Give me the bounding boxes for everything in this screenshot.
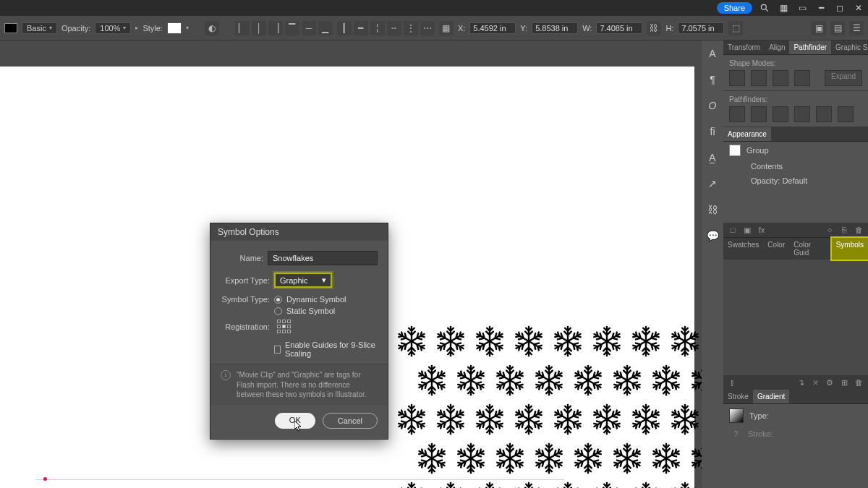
unite-icon[interactable] bbox=[729, 70, 745, 86]
align-top-icon[interactable]: ▔ bbox=[285, 21, 299, 35]
close-icon[interactable]: ✕ bbox=[852, 1, 865, 14]
tab-swatches[interactable]: Swatches bbox=[723, 238, 763, 260]
dist-hspace-icon[interactable]: ╎ bbox=[370, 21, 385, 35]
align-hcenter-icon[interactable]: │ bbox=[252, 21, 266, 35]
crop-icon[interactable] bbox=[794, 106, 810, 122]
h-field[interactable] bbox=[678, 22, 724, 34]
minus-back-icon[interactable] bbox=[838, 106, 854, 122]
registration-grid[interactable] bbox=[277, 320, 291, 333]
share-button[interactable]: Share bbox=[717, 2, 752, 14]
comments-icon[interactable]: 💬 bbox=[705, 228, 720, 243]
break-link-icon[interactable]: ⤫ bbox=[810, 377, 820, 388]
tab-appearance[interactable]: Appearance bbox=[723, 127, 771, 141]
isolate-icon[interactable]: ▣ bbox=[812, 21, 826, 35]
symbol-libraries-icon[interactable]: ⫿ bbox=[728, 377, 738, 388]
expand-chevron-icon[interactable]: ▸ bbox=[135, 25, 138, 31]
delete-symbol-icon[interactable]: 🗑 bbox=[854, 377, 864, 388]
expand-button[interactable]: Expand bbox=[825, 70, 862, 86]
new-symbol-icon[interactable]: ⊞ bbox=[839, 377, 849, 388]
control-bar: Basic▾ Opacity: 100%▾ ▸ Style: ▾ ◐ ▏ │ ▕… bbox=[0, 16, 868, 40]
stroke-grad-3-icon[interactable] bbox=[814, 428, 825, 440]
tab-gradient[interactable]: Gradient bbox=[753, 390, 789, 403]
stroke-grad-1-icon[interactable] bbox=[779, 428, 791, 440]
exclude-icon[interactable] bbox=[794, 70, 810, 86]
align-right-icon[interactable]: ▕ bbox=[268, 21, 283, 35]
y-field[interactable] bbox=[532, 22, 578, 34]
dist-4-icon[interactable]: ⋯ bbox=[420, 21, 435, 35]
x-label: X: bbox=[458, 24, 465, 33]
clear-icon[interactable]: ○ bbox=[825, 225, 835, 235]
outline-icon[interactable] bbox=[816, 106, 832, 122]
trim-icon[interactable] bbox=[751, 106, 767, 122]
tab-symbols[interactable]: Symbols bbox=[832, 238, 868, 260]
stroke-grad-2-icon[interactable] bbox=[796, 428, 808, 440]
tab-align[interactable]: Align bbox=[765, 40, 789, 54]
links-icon[interactable]: ⛓ bbox=[705, 202, 720, 217]
symbols-panel-body[interactable] bbox=[723, 260, 868, 375]
opentype-icon[interactable]: O bbox=[705, 98, 720, 113]
new-stroke-icon[interactable]: ▣ bbox=[742, 225, 752, 235]
tab-graphic-styles[interactable]: Graphic S bbox=[831, 40, 868, 54]
dist-3-icon[interactable]: ⋮ bbox=[404, 21, 418, 35]
radial-grad-icon[interactable] bbox=[793, 409, 807, 422]
x-field[interactable] bbox=[469, 22, 516, 34]
dup-icon[interactable]: ⎘ bbox=[839, 225, 849, 235]
type-icon[interactable]: A bbox=[705, 46, 720, 61]
fx-icon[interactable]: fx bbox=[757, 225, 767, 235]
appearance-opacity-row[interactable]: Opacity: Default bbox=[723, 174, 868, 188]
w-field[interactable] bbox=[596, 22, 642, 34]
recolor-icon[interactable]: ◐ bbox=[205, 21, 219, 35]
appearance-group-row[interactable]: Group bbox=[723, 142, 868, 159]
reference-point-icon[interactable]: ▦ bbox=[439, 21, 454, 35]
symbol-options-icon[interactable]: ⚙ bbox=[825, 377, 835, 388]
opacity-select[interactable]: 100%▾ bbox=[95, 22, 131, 34]
link-wh-icon[interactable]: ⛓ bbox=[647, 21, 661, 35]
dist-v-icon[interactable]: ━ bbox=[354, 21, 368, 35]
style-swatch[interactable] bbox=[167, 22, 182, 34]
glyphs-icon[interactable]: fi bbox=[705, 124, 720, 139]
appearance-contents-row[interactable]: Contents bbox=[723, 159, 868, 174]
static-radio[interactable] bbox=[274, 307, 282, 315]
align-left-icon[interactable]: ▏ bbox=[235, 21, 250, 35]
divide-icon[interactable] bbox=[729, 106, 745, 122]
minimize-icon[interactable]: ━ bbox=[814, 1, 827, 14]
ok-button[interactable]: OK bbox=[275, 413, 315, 429]
trash-icon[interactable]: 🗑 bbox=[854, 225, 864, 235]
dynamic-radio[interactable] bbox=[274, 296, 282, 304]
search-icon[interactable] bbox=[758, 1, 771, 14]
cancel-button[interactable]: Cancel bbox=[323, 413, 378, 429]
shape-options-icon[interactable]: ⬚ bbox=[728, 21, 743, 35]
char-styles-icon[interactable]: A̲ bbox=[705, 150, 720, 165]
name-field[interactable] bbox=[268, 251, 378, 265]
align-vcenter-icon[interactable]: ─ bbox=[302, 21, 316, 35]
tab-pathfinder[interactable]: Pathfinder bbox=[789, 40, 831, 54]
tab-color[interactable]: Color bbox=[763, 238, 789, 260]
workspace-icon[interactable]: ▭ bbox=[796, 1, 809, 14]
symbols-footer: ⫿ ↴ ⤫ ⚙ ⊞ 🗑 bbox=[723, 375, 868, 390]
merge-icon[interactable] bbox=[773, 106, 788, 122]
dist-h-icon[interactable]: ┃ bbox=[337, 21, 352, 35]
tab-transform[interactable]: Transform bbox=[723, 40, 765, 54]
dist-vspace-icon[interactable]: ╌ bbox=[387, 21, 401, 35]
linear-grad-icon[interactable] bbox=[775, 409, 788, 422]
paragraph-icon[interactable]: ¶ bbox=[705, 72, 720, 87]
align-to-icon[interactable]: ▤ bbox=[830, 21, 845, 35]
tab-stroke[interactable]: Stroke bbox=[723, 390, 753, 403]
more-options-icon[interactable]: ☰ bbox=[849, 21, 864, 35]
fill-swatch[interactable] bbox=[4, 23, 17, 33]
arrange-docs-icon[interactable]: ▦ bbox=[777, 1, 790, 14]
freeform-grad-icon[interactable] bbox=[812, 409, 825, 422]
edit-gradient-icon[interactable]: ? bbox=[729, 427, 742, 440]
gradient-swatch[interactable] bbox=[729, 408, 744, 423]
tab-color-guide[interactable]: Color Guid bbox=[789, 238, 831, 260]
export-type-select[interactable]: Graphic▾ bbox=[274, 273, 332, 288]
export-icon[interactable]: ↗ bbox=[705, 176, 720, 191]
stroke-style-select[interactable]: Basic▾ bbox=[22, 22, 57, 34]
intersect-icon[interactable] bbox=[773, 70, 788, 86]
slice-checkbox[interactable] bbox=[274, 346, 281, 354]
maximize-icon[interactable]: ◻ bbox=[833, 1, 846, 14]
new-fill-icon[interactable]: □ bbox=[728, 225, 738, 235]
minus-front-icon[interactable] bbox=[751, 70, 767, 86]
align-bottom-icon[interactable]: ▁ bbox=[318, 21, 333, 35]
place-symbol-icon[interactable]: ↴ bbox=[796, 377, 806, 388]
